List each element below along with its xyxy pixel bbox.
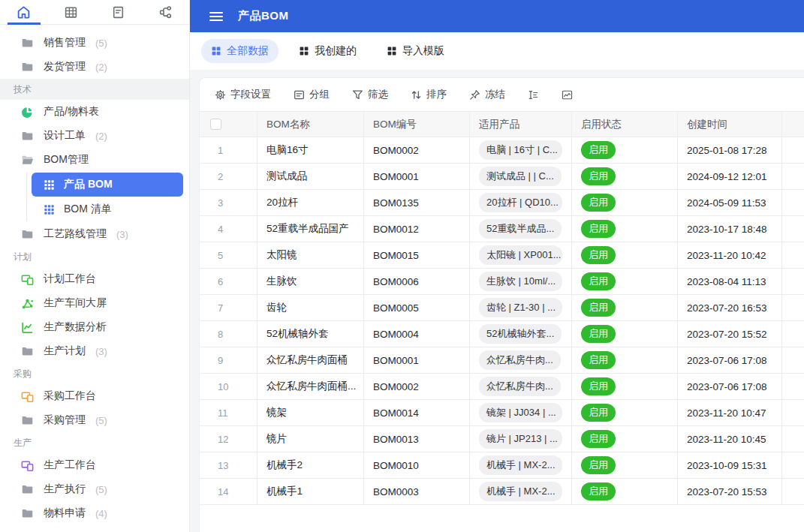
status-cell: 启用	[572, 321, 678, 347]
table-row[interactable]: 452重载半成品国产BOM001252重载半成品...启用2023-10-17 …	[200, 216, 804, 242]
sidebar-item-BOM-清单[interactable]: BOM 清单	[32, 197, 183, 221]
status-cell: 启用	[572, 242, 678, 268]
sidebar-item-label: 设计工单	[44, 129, 86, 143]
sidebar-item-count: (5)	[95, 484, 107, 495]
grid-icon	[44, 204, 55, 215]
column-header-BOM名称[interactable]: BOM名称	[257, 112, 364, 137]
sidebar-item-物料申请[interactable]: 物料申请(4)	[0, 501, 189, 525]
sidebar-item-label: BOM 清单	[64, 203, 112, 216]
bom-code-cell: BOM0003	[364, 479, 470, 504]
tab-label: 我创建的	[315, 44, 357, 58]
sidebar-subgroup: 产品 BOMBOM 清单	[26, 173, 189, 221]
product-tag: 太阳镜 | XP001...	[479, 245, 562, 265]
sidebar-item-工艺路线管理[interactable]: 工艺路线管理(3)	[0, 222, 189, 246]
table-row[interactable]: 320拉杆BOM013520拉杆 | QD10...启用2024-05-09 1…	[200, 190, 804, 216]
toolbar-chart-icon[interactable]	[562, 89, 573, 101]
column-header-适用产品[interactable]: 适用产品	[470, 112, 572, 137]
extra-cell	[782, 347, 804, 373]
sidebar-item-产品/物料表[interactable]: 产品/物料表	[0, 100, 189, 124]
sidebar-item-销售管理[interactable]: 销售管理(5)	[0, 31, 189, 55]
tab-我创建的[interactable]: 我创建的	[289, 39, 366, 63]
bom-code-cell: BOM0014	[364, 400, 470, 425]
sidebar-item-生产数据分析[interactable]: 生产数据分析	[0, 315, 189, 339]
sidebar-item-设计工单[interactable]: 设计工单(2)	[0, 124, 189, 148]
row-number-cell: 11	[200, 400, 257, 425]
bom-name-cell: 20拉杆	[257, 190, 364, 215]
sidebar-item-生产计划[interactable]: 生产计划(3)	[0, 339, 189, 363]
extra-cell	[782, 190, 804, 215]
home-icon	[17, 5, 31, 20]
table-row[interactable]: 9众忆私房牛肉面桶BOM0001众忆私房牛肉...启用2023-07-06 17…	[200, 347, 804, 374]
bom-name-cell: 机械手2	[257, 452, 364, 478]
status-cell: 启用	[572, 295, 678, 320]
table-row[interactable]: 5太阳镜BOM0015太阳镜 | XP001...启用2023-11-20 10…	[200, 242, 804, 269]
top-header-bar: 产品BOM	[190, 0, 804, 32]
bom-code-cell: BOM0010	[364, 452, 470, 478]
column-header-extra	[782, 112, 804, 137]
created-time-cell: 2023-08-04 11:13	[678, 269, 782, 294]
bom-code-cell: BOM0135	[364, 190, 470, 215]
toolbar-排序[interactable]: 排序	[411, 88, 447, 101]
product-tag: 齿轮 | Z1-30 | ...	[479, 298, 562, 317]
nav-workflow-icon[interactable]	[142, 0, 189, 24]
toolbar-分组[interactable]: 分组	[294, 88, 330, 101]
sidebar-item-label: 产品 BOM	[64, 178, 113, 191]
tab-全部数据[interactable]: 全部数据	[201, 39, 279, 63]
table-row[interactable]: 1电脑16寸BOM0002电脑 | 16寸 | C...启用2025-01-08…	[200, 137, 804, 164]
created-time-cell: 2023-07-06 17:08	[678, 347, 782, 373]
nav-document-icon[interactable]	[95, 0, 142, 24]
table-row[interactable]: 10众忆私房牛肉面桶...BOM0002众忆私房牛肉...启用2023-07-0…	[200, 374, 804, 400]
table-row[interactable]: 11镜架BOM0014镜架 | JJ034 | ...启用2023-11-20 …	[200, 400, 804, 426]
extra-cell	[782, 400, 804, 425]
row-number: 3	[218, 197, 223, 209]
tab-导入模版[interactable]: 导入模版	[377, 39, 454, 63]
sidebar-item-计划工作台[interactable]: 计划工作台	[0, 267, 189, 291]
column-header-启用状态[interactable]: 启用状态	[572, 112, 678, 137]
status-cell: 启用	[572, 479, 678, 504]
app-window: 销售管理(5)发货管理(2)技术产品/物料表设计工单(2)BOM管理产品 BOM…	[0, 0, 804, 532]
toolbar-row-height-icon[interactable]	[528, 89, 539, 101]
select-all-checkbox[interactable]	[210, 119, 221, 130]
sidebar-item-采购工作台[interactable]: 采购工作台	[0, 384, 189, 408]
toolbar-筛选[interactable]: 筛选	[352, 88, 388, 101]
sidebar-item-label: 采购管理	[44, 413, 86, 427]
sidebar-item-label: 生产数据分析	[44, 320, 107, 334]
table-row[interactable]: 2测试成品BOM0001测试成品 | | C...启用2024-09-12 12…	[200, 164, 804, 190]
row-number: 11	[218, 407, 228, 419]
table-row[interactable]: 12镜片BOM0013镜片 | JP213 | ...启用2023-11-20 …	[200, 426, 804, 452]
sidebar-item-发货管理[interactable]: 发货管理(2)	[0, 55, 189, 79]
table-row[interactable]: 14机械手1BOM0003机械手 | MX-2...启用2023-07-20 1…	[200, 479, 804, 505]
row-number: 5	[218, 250, 223, 261]
sidebar-item-count: (5)	[95, 415, 107, 426]
column-header-创建时间[interactable]: 创建时间	[678, 112, 782, 137]
sidebar-item-生产车间大屏[interactable]: 生产车间大屏	[0, 291, 189, 315]
folder-icon	[21, 37, 34, 50]
column-header-BOM编号[interactable]: BOM编号	[364, 112, 470, 137]
toolbar-字段设置[interactable]: 字段设置	[215, 88, 271, 101]
product-cell: 测试成品 | | C...	[470, 164, 572, 189]
devices-icon	[21, 459, 34, 472]
table-row[interactable]: 6生脉饮BOM0006生脉饮 | 10ml/...启用2023-08-04 11…	[200, 269, 804, 295]
sidebar-item-采购管理[interactable]: 采购管理(5)	[0, 408, 189, 432]
nav-table-icon[interactable]	[47, 0, 95, 24]
status-badge: 启用	[581, 194, 616, 212]
table-row[interactable]: 7齿轮BOM0005齿轮 | Z1-30 | ...启用2023-07-20 1…	[200, 295, 804, 321]
sidebar-item-BOM管理[interactable]: BOM管理	[0, 148, 189, 172]
extra-cell	[782, 295, 804, 320]
bom-name-cell: 齿轮	[257, 295, 364, 320]
row-number: 2	[218, 171, 223, 182]
status-cell: 启用	[572, 400, 678, 425]
content-area: 字段设置分组筛选排序冻结 BOM名称BOM编号适用产品启用状态创建时间 1电脑1…	[190, 70, 804, 532]
nav-home-icon[interactable]	[0, 0, 47, 24]
sidebar-item-生产执行[interactable]: 生产执行(5)	[0, 477, 189, 501]
sidebar-item-产品-BOM[interactable]: 产品 BOM	[32, 173, 183, 197]
toolbar-冻结[interactable]: 冻结	[469, 88, 505, 101]
table-row[interactable]: 852机械轴外套BOM000452机械轴外套...启用2023-07-20 15…	[200, 321, 804, 347]
menu-icon[interactable]	[209, 11, 223, 22]
bom-name-cell: 52重载半成品国产	[257, 216, 364, 242]
table-row[interactable]: 13机械手2BOM0010机械手 | MX-2...启用2023-10-09 1…	[200, 452, 804, 479]
sidebar-section-label: 采购	[0, 363, 189, 384]
sidebar-item-生产工作台[interactable]: 生产工作台	[0, 453, 189, 477]
network-icon	[21, 297, 34, 310]
status-cell: 启用	[572, 190, 678, 215]
